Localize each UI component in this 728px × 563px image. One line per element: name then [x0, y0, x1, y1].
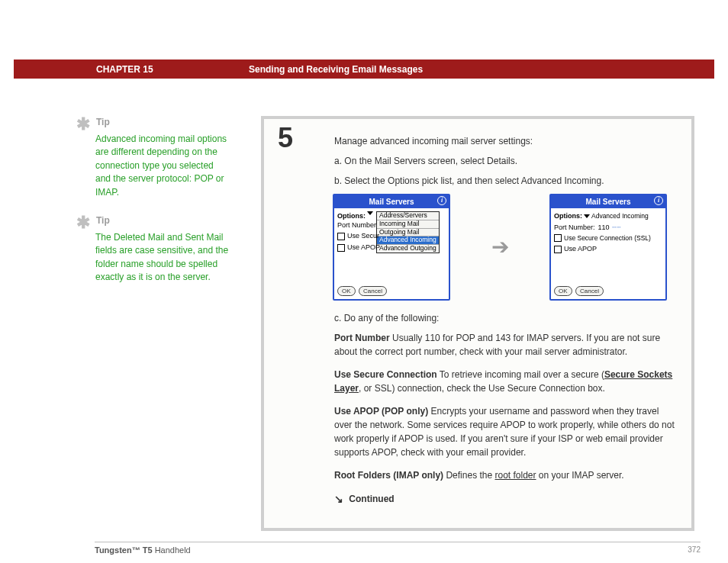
cancel-button[interactable]: Cancel	[575, 286, 604, 296]
step-b: b. Select the Options pick list, and the…	[334, 174, 678, 188]
chapter-header: CHAPTER 15 Sending and Receiving Email M…	[14, 60, 714, 79]
arrow-right-icon: ➔	[450, 231, 549, 263]
desc-root-text2: on your IMAP server.	[536, 470, 624, 481]
tip-text: The Deleted Mail and Sent Mail fields ar…	[95, 231, 229, 285]
product-name: Tungsten™ T5 Handheld	[95, 545, 191, 555]
asterisk-icon: ✱	[76, 116, 90, 133]
desc-apop: Use APOP (POP only) Encrypts your userna…	[334, 404, 678, 459]
info-icon[interactable]: i	[437, 196, 446, 205]
screen-title: Mail Servers i	[551, 195, 665, 208]
desc-secure-label: Use Secure Connection	[334, 369, 437, 380]
port-label: Port Number:	[554, 223, 595, 233]
descriptions: Port Number Usually 110 for POP and 143 …	[334, 331, 678, 482]
screen-title-text: Mail Servers	[369, 198, 414, 206]
cancel-button[interactable]: Cancel	[359, 286, 387, 296]
desc-root: Root Folders (IMAP only) Defines the roo…	[334, 468, 678, 482]
dropdown-icon[interactable]	[367, 211, 373, 215]
continued-label: Continued	[349, 494, 394, 504]
tip-label: Tip	[96, 116, 110, 129]
desc-secure-text1: To retrieve incoming mail over a secure …	[437, 369, 604, 380]
tip-text: Advanced incoming mail options are diffe…	[95, 133, 229, 199]
screen-title: Mail Servers i	[334, 195, 449, 208]
desc-secure-text2: , or SSL) connection, check the Use Secu…	[359, 383, 605, 394]
checkbox[interactable]	[554, 234, 562, 242]
root-folder-link[interactable]: root folder	[494, 470, 536, 481]
options-label: Options:	[554, 211, 582, 222]
screenshots-row: Mail Servers i Options: Address/Servers …	[333, 194, 678, 301]
tip-block: ✱ Tip The Deleted Mail and Sent Mail fie…	[76, 214, 229, 285]
ok-button[interactable]: OK	[554, 286, 572, 296]
secure-label-trunc: Use Secur	[347, 231, 379, 242]
page-footer: Tungsten™ T5 Handheld 372	[95, 542, 701, 555]
port-label: Port Number	[337, 220, 376, 231]
options-dropdown[interactable]: Address/Servers Incoming Mail Outgoing M…	[376, 211, 440, 253]
product-bold: Tungsten™ T5	[95, 545, 153, 555]
desc-apop-label: Use APOP (POP only)	[334, 406, 428, 417]
apop-label: Use APOP	[347, 243, 380, 253]
checkbox[interactable]	[337, 244, 345, 252]
port-value[interactable]: 110	[598, 223, 610, 233]
checkbox[interactable]	[337, 233, 345, 240]
desc-secure: Use Secure Connection To retrieve incomi…	[334, 368, 678, 395]
page-number: 372	[688, 545, 701, 555]
tip-label: Tip	[96, 214, 110, 227]
step-number-box: 5	[270, 122, 331, 154]
desc-port-label: Port Number	[334, 333, 390, 343]
product-rest: Handheld	[153, 545, 191, 555]
screen-title-text: Mail Servers	[586, 198, 631, 206]
desc-root-label: Root Folders (IMAP only)	[334, 470, 443, 481]
checkbox[interactable]	[554, 246, 562, 253]
options-value[interactable]: Advanced Incoming	[591, 211, 649, 221]
apop-label: Use APOP	[564, 244, 597, 255]
ok-button[interactable]: OK	[337, 286, 356, 296]
step-intro: Manage advanced incoming mail server set…	[334, 134, 678, 148]
step-content: Manage advanced incoming mail server set…	[334, 134, 678, 507]
desc-port: Port Number Usually 110 for POP and 143 …	[334, 331, 678, 359]
mail-servers-screen-dropdown: Mail Servers i Options: Address/Servers …	[333, 194, 450, 301]
step-a: a. On the Mail Servers screen, select De…	[334, 154, 678, 168]
info-icon[interactable]: i	[654, 196, 663, 205]
desc-root-text1: Defines the	[443, 470, 494, 481]
port-dots: ┄┄	[612, 223, 621, 233]
tip-block: ✱ Tip Advanced incoming mail options are…	[76, 116, 229, 199]
chapter-label: CHAPTER 15	[96, 64, 249, 75]
step-card: 5 Manage advanced incoming mail server s…	[261, 116, 694, 531]
tips-sidebar: ✱ Tip Advanced incoming mail options are…	[76, 116, 229, 300]
secure-label: Use Secure Connection (SSL)	[564, 233, 651, 243]
continued-row: ↘ Continued	[334, 491, 678, 507]
dropdown-item[interactable]: Advanced Outgoing	[377, 245, 439, 253]
continued-arrow-icon: ↘	[334, 491, 343, 507]
mail-servers-screen-advanced: Mail Servers i Options: Advanced Incomin…	[549, 194, 667, 301]
chapter-subtitle: Sending and Receiving Email Messages	[249, 64, 423, 75]
asterisk-icon: ✱	[76, 214, 90, 231]
dropdown-icon[interactable]	[584, 214, 590, 218]
dropdown-item[interactable]: Incoming Mail	[377, 220, 439, 229]
step-number: 5	[278, 122, 293, 153]
step-c: c. Do any of the following:	[334, 311, 678, 325]
